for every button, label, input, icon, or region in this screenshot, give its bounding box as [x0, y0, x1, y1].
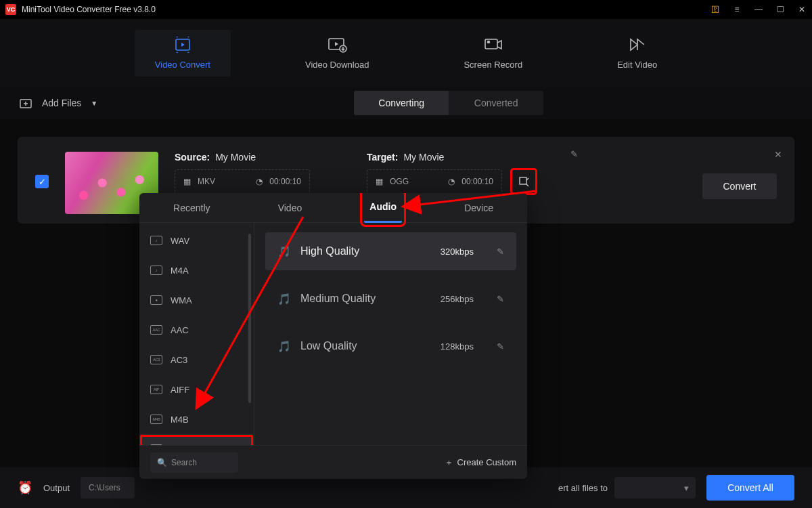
video-download-icon — [327, 37, 347, 53]
video-convert-icon — [173, 37, 193, 53]
nav-video-download[interactable]: Video Download — [285, 30, 389, 77]
target-settings-button[interactable] — [512, 169, 536, 194]
source-chip: ▦ MKV ◔ 00:00:10 — [175, 169, 310, 194]
clock-icon: ◔ — [448, 177, 455, 186]
target-format: OGG — [390, 177, 413, 186]
add-folder-icon — [19, 96, 32, 110]
format-item-m4a[interactable]: ♪M4A — [139, 255, 254, 285]
format-icon: AAC — [150, 325, 162, 335]
title-bar: VC MiniTool Video Converter Free v3.8.0 … — [0, 0, 812, 19]
nav-label: Video Convert — [155, 60, 210, 70]
quality-edit-button[interactable]: ✎ — [497, 341, 504, 352]
quality-name: Low Quality — [300, 340, 357, 352]
quality-item-low[interactable]: 🎵 Low Quality 128kbps ✎ — [265, 327, 516, 365]
music-note-icon: 🎵 — [277, 340, 291, 353]
format-item-m4b[interactable]: M4BM4B — [139, 404, 254, 434]
clock-icon: ◔ — [256, 177, 263, 186]
svg-rect-3 — [485, 39, 497, 49]
menu-icon[interactable]: ≡ — [732, 5, 742, 14]
format-icon: M4B — [150, 415, 162, 424]
app-title: MiniTool Video Converter Free v3.8.0 — [22, 5, 156, 14]
nav-video-convert[interactable]: Video Convert — [135, 30, 231, 77]
format-icon: AIF — [150, 385, 162, 394]
target-name: My Movie — [403, 152, 444, 163]
output-label: Output — [43, 483, 70, 493]
nav-screen-record[interactable]: Screen Record — [443, 30, 543, 77]
quality-bitrate: 256kbps — [441, 294, 474, 304]
plus-icon: ＋ — [445, 457, 453, 469]
screen-record-icon — [483, 37, 503, 53]
quality-name: Medium Quality — [300, 293, 376, 305]
format-icon: ♪ — [150, 266, 162, 275]
format-list-scrollbar[interactable] — [248, 234, 251, 403]
popup-tab-video[interactable]: Video — [273, 193, 308, 223]
schedule-icon[interactable]: ⏰ — [18, 480, 32, 495]
format-item-wma[interactable]: ●WMA — [139, 285, 254, 315]
nav-edit-video[interactable]: Edit Video — [597, 30, 677, 77]
convert-all-button[interactable]: Convert All — [706, 475, 794, 501]
format-item-wav[interactable]: ♪WAV — [139, 226, 254, 255]
add-files-label: Add Files — [42, 98, 81, 108]
popup-tab-recently[interactable]: Recently — [168, 193, 215, 223]
target-chip: ▦ OGG ◔ 00:00:10 — [367, 169, 502, 194]
music-note-icon: 🎵 — [277, 293, 291, 305]
format-item-aiff[interactable]: AIFAIFF — [139, 375, 254, 404]
music-note-icon: 🎵 — [277, 245, 291, 258]
quality-item-high[interactable]: 🎵 High Quality 320kbps ✎ — [265, 232, 516, 270]
nav-label: Screen Record — [464, 60, 522, 70]
quality-list: 🎵 High Quality 320kbps ✎ 🎵 Medium Qualit… — [254, 223, 527, 445]
quality-bitrate: 320kbps — [441, 247, 474, 257]
main-nav: Video Convert Video Download Screen Reco… — [0, 19, 812, 87]
remove-file-button[interactable]: ✕ — [774, 149, 782, 160]
quality-edit-button[interactable]: ✎ — [497, 294, 504, 304]
convert-all-files-label: ert all files to — [558, 483, 608, 493]
target-column: Target:My Movie ▦ OGG ◔ 00:00:10 — [367, 152, 536, 194]
chevron-down-icon: ▼ — [91, 100, 97, 107]
tab-converted[interactable]: Converted — [449, 91, 543, 115]
source-column: Source:My Movie ▦ MKV ◔ 00:00:10 — [175, 152, 310, 194]
nav-label: Video Download — [305, 60, 369, 70]
format-item-aac[interactable]: AACAAC — [139, 315, 254, 345]
add-files-button[interactable]: Add Files ▼ — [19, 96, 97, 110]
target-label: Target: — [367, 152, 398, 163]
source-duration: 00:00:10 — [269, 177, 301, 186]
format-search-input[interactable]: 🔍 Search — [150, 452, 238, 473]
close-icon[interactable]: ✕ — [797, 5, 807, 14]
file-format-icon: ▦ — [183, 177, 191, 186]
tab-converting[interactable]: Converting — [354, 91, 449, 115]
quality-item-medium[interactable]: 🎵 Medium Quality 256kbps ✎ — [265, 280, 516, 318]
create-custom-button[interactable]: ＋ Create Custom — [445, 457, 516, 469]
popup-tab-audio[interactable]: Audio — [364, 193, 402, 223]
toolbar: Add Files ▼ Converting Converted — [0, 87, 812, 119]
quality-edit-button[interactable]: ✎ — [497, 247, 504, 257]
edit-file-button[interactable]: ✎ — [570, 149, 578, 159]
settings-icon — [518, 176, 529, 187]
maximize-icon[interactable]: ☐ — [775, 5, 785, 14]
output-path-field[interactable]: C:\Users — [81, 477, 135, 499]
format-list[interactable]: ♪WAV ♪M4A ●WMA AACAAC AC3AC3 AIFAIFF M4B… — [139, 223, 254, 445]
source-name: My Movie — [215, 152, 256, 163]
search-icon: 🔍 — [157, 458, 167, 467]
minimize-icon[interactable]: — — [754, 5, 763, 14]
format-icon: ♪ — [150, 236, 162, 245]
app-logo: VC — [5, 4, 16, 15]
search-placeholder: Search — [171, 458, 197, 467]
format-item-ogg[interactable]: OGGOGG — [139, 434, 254, 445]
convert-button[interactable]: Convert — [702, 173, 777, 199]
file-checkbox[interactable]: ✓ — [35, 175, 49, 188]
key-icon[interactable]: ⚿ — [710, 5, 720, 14]
status-segment: Converting Converted — [354, 91, 543, 115]
convert-all-format-select[interactable]: ▾ — [614, 477, 696, 499]
quality-bitrate: 128kbps — [441, 341, 474, 352]
format-icon: ● — [150, 295, 162, 305]
svg-point-4 — [487, 41, 489, 43]
edit-video-icon — [627, 37, 648, 53]
file-format-icon: ▦ — [376, 177, 383, 186]
format-item-ac3[interactable]: AC3AC3 — [139, 345, 254, 375]
popup-tab-device[interactable]: Device — [459, 193, 499, 223]
quality-name: High Quality — [300, 245, 359, 257]
chevron-down-icon: ▾ — [684, 483, 689, 493]
target-duration: 00:00:10 — [461, 177, 493, 186]
format-popup: Recently Video Audio Device ♪WAV ♪M4A ●W… — [139, 193, 527, 479]
nav-label: Edit Video — [617, 60, 657, 70]
